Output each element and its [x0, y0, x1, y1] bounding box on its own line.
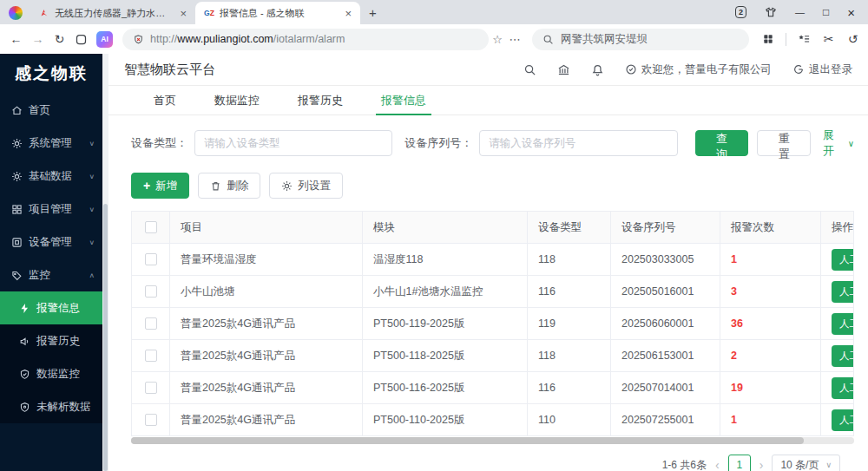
page-size-select[interactable]: 10 条/页 ∨ [772, 455, 840, 471]
sidebar-item-home[interactable]: 首页 [0, 94, 102, 127]
row-checkbox[interactable] [145, 350, 157, 362]
browser-search-box[interactable]: 网警共筑网安堤坝 [532, 29, 749, 50]
col-project: 项目 [170, 212, 363, 244]
shield-check-icon [19, 369, 30, 380]
close-button[interactable]: × [847, 6, 855, 19]
manual-confirm-button[interactable]: 人工确认 [832, 313, 854, 335]
table-row[interactable]: 普量2025款4G通讯产品 PT500-118-2025版 118 202506… [132, 340, 854, 372]
content-area: 设备类型： 设备序列号： 查询 重置 展开 ∨ + 新增 删除 [108, 115, 868, 471]
horizontal-scrollbar[interactable] [131, 437, 854, 444]
row-checkbox[interactable] [145, 414, 157, 426]
cell-device-type: 116 [528, 372, 611, 404]
cell-serial: 202507014001 [611, 372, 720, 404]
next-page-icon[interactable]: › [760, 458, 764, 471]
browser-tab-1[interactable]: 无线压力传感器_静力水准仪_ × [30, 2, 195, 24]
tab-count-badge[interactable]: 2 [735, 6, 746, 18]
tab1-close-icon[interactable]: × [177, 7, 189, 20]
tab-alarm-info[interactable]: 报警信息 [362, 86, 445, 114]
vertical-scrollbar[interactable] [102, 54, 108, 471]
bell-icon[interactable] [591, 63, 604, 76]
serial-input[interactable] [479, 130, 677, 156]
row-checkbox[interactable] [145, 253, 157, 265]
reset-button[interactable]: 重置 [757, 130, 811, 156]
cell-module: PT500-116-2025版 [363, 372, 528, 404]
manual-confirm-button[interactable]: 人工确认 [832, 249, 854, 271]
maximize-button[interactable]: □ [823, 7, 829, 17]
cell-alarm-count: 19 [720, 372, 821, 404]
back-button[interactable]: ← [5, 32, 27, 46]
delete-button[interactable]: 删除 [198, 173, 260, 199]
tab-alarm-history[interactable]: 报警历史 [279, 86, 362, 114]
sidebar-item-monitor[interactable]: 监控 ∧ [0, 258, 102, 291]
cell-project: 普量2025款4G通讯产品 [170, 340, 363, 372]
row-checkbox[interactable] [145, 285, 157, 298]
cell-alarm-count: 1 [720, 404, 821, 436]
forward-button[interactable]: → [27, 32, 49, 46]
tab-data-monitor[interactable]: 数据监控 [195, 86, 279, 114]
search-button[interactable]: 查询 [695, 130, 749, 156]
page-tabs: 首页 数据监控 报警历史 报警信息 [108, 86, 868, 115]
manual-confirm-button[interactable]: 人工确认 [832, 409, 854, 431]
bookmarks-list-icon[interactable] [793, 33, 815, 46]
minimize-button[interactable]: — [795, 8, 805, 17]
table-row[interactable]: 普量2025款4G通讯产品 PT500-119-2025版 119 202506… [132, 308, 854, 340]
column-settings-button[interactable]: 列设置 [269, 173, 343, 199]
ai-assistant-icon[interactable]: AI [96, 31, 113, 48]
page-number[interactable]: 1 [728, 455, 751, 471]
scissors-icon[interactable]: ✂ [818, 32, 839, 46]
expand-link[interactable]: 展开 ∨ [823, 128, 854, 159]
welcome-user[interactable]: 欢迎您，普量电子有限公司 [625, 62, 772, 77]
sidebar-item-alarm-history[interactable]: 报警历史 [0, 324, 102, 357]
cell-module: PT500-119-2025版 [363, 308, 528, 340]
sidebar-item-label: 项目管理 [29, 202, 72, 217]
horizontal-scrollbar-thumb[interactable] [131, 437, 804, 444]
prev-page-icon[interactable]: ‹ [715, 458, 720, 471]
table-row[interactable]: 小牛山池塘 小牛山1#池塘水温监控 116 202505016001 3 人工确… [132, 276, 854, 308]
row-checkbox[interactable] [145, 382, 157, 394]
vertical-scrollbar-thumb[interactable] [103, 204, 108, 471]
add-button[interactable]: + 新增 [131, 173, 189, 199]
undo-icon[interactable]: ↺ [842, 32, 864, 46]
tab2-close-icon[interactable]: × [342, 7, 354, 20]
select-all-checkbox[interactable] [145, 221, 157, 233]
sidebar-item-devices[interactable]: 设备管理 ∨ [0, 226, 102, 258]
home-button[interactable] [70, 33, 92, 46]
sidebar-item-system[interactable]: 系统管理 ∨ [0, 127, 102, 160]
shirt-icon[interactable] [765, 6, 777, 18]
more-options-icon[interactable]: ⋯ [506, 33, 523, 46]
platform-header: 智慧物联云平台 欢迎您，普量电子有限公司 退出登录 [108, 54, 868, 86]
sidebar-item-unparsed-data[interactable]: 未解析数据 [0, 390, 102, 423]
cell-serial: 202503033005 [611, 244, 720, 276]
pagination-summary: 1-6 共6条 [662, 458, 707, 471]
browser-tab-2[interactable]: GZ 报警信息 - 感之物联 × [195, 2, 360, 24]
sidebar-item-basedata[interactable]: 基础数据 ∨ [0, 160, 102, 193]
logout-button[interactable]: 退出登录 [792, 62, 852, 77]
bookmark-star-icon[interactable]: ☆ [489, 33, 506, 46]
sidebar-item-projects[interactable]: 项目管理 ∨ [0, 193, 102, 226]
sidebar: 感之物联 首页 系统管理 ∨ 基础数据 ∨ 项目管理 ∨ 设备管理 ∨ 监控 [0, 54, 102, 471]
browser-logo-icon[interactable] [9, 6, 23, 20]
header-search-icon[interactable] [523, 63, 536, 76]
table-row[interactable]: 普量2025款4G通讯产品 PT500-110-2025版 110 202507… [132, 404, 854, 436]
cell-device-type: 118 [528, 244, 611, 276]
device-type-input[interactable] [194, 130, 392, 156]
reload-button[interactable]: ↻ [49, 32, 70, 46]
bank-icon[interactable] [557, 63, 570, 76]
table-row[interactable]: 普量环境温湿度 温湿度118 118 202503033005 1 人工确认 [132, 244, 854, 276]
shield-x-icon[interactable] [133, 34, 144, 45]
manual-confirm-button[interactable]: 人工确认 [832, 281, 854, 303]
row-checkbox[interactable] [145, 317, 157, 330]
tab-home[interactable]: 首页 [135, 86, 195, 114]
apps-grid-icon[interactable] [757, 33, 779, 45]
sidebar-item-alarm-info[interactable]: 报警信息 [0, 291, 102, 324]
new-tab-button[interactable]: + [369, 5, 377, 20]
chevron-down-icon: ∨ [89, 140, 95, 147]
sidebar-item-label: 未解析数据 [36, 400, 91, 415]
address-bar[interactable]: http://www.puliangiot.com/iotalarm/alarm [122, 29, 489, 50]
manual-confirm-button[interactable]: 人工确认 [832, 345, 854, 367]
sidebar-item-data-monitor[interactable]: 数据监控 [0, 357, 102, 390]
manual-confirm-button[interactable]: 人工确认 [832, 377, 854, 399]
table-row[interactable]: 普量2025款4G通讯产品 PT500-116-2025版 116 202507… [132, 372, 854, 404]
tab2-favicon-icon: GZ [204, 9, 214, 17]
table-toolbar: + 新增 删除 列设置 [131, 173, 854, 199]
